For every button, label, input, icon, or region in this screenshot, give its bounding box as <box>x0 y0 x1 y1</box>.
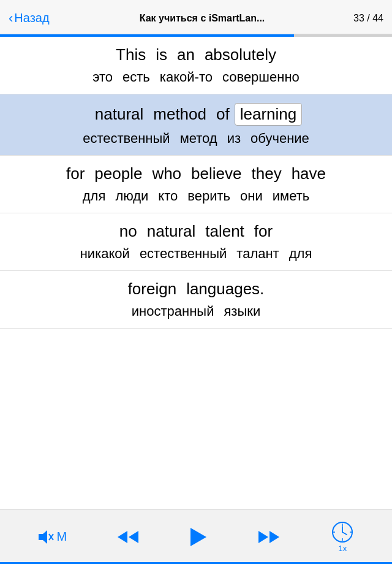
word-ru: верить <box>183 188 235 204</box>
word-ru: совершенно <box>217 69 304 85</box>
word-en[interactable]: have <box>287 164 331 183</box>
word-en[interactable]: of <box>211 105 235 124</box>
rewind-icon <box>116 528 140 546</box>
volume-button[interactable]: М <box>37 528 67 546</box>
word-ru: для <box>284 246 317 262</box>
volume-icon <box>37 528 56 546</box>
word-ru: из <box>222 131 246 147</box>
word-ru: языки <box>219 303 265 319</box>
word-en[interactable]: natural <box>142 222 201 241</box>
word-ru: обучение <box>246 131 314 147</box>
word-en[interactable]: This <box>111 45 151 64</box>
page-counter: 33 / 44 <box>347 13 383 24</box>
back-button[interactable]: ‹ Назад <box>9 10 58 26</box>
word-ru: иностранный <box>127 303 219 319</box>
russian-row-2: естественный метод из обучение <box>0 128 392 155</box>
sentence-block-4: no natural talent for никакой естественн… <box>0 213 392 271</box>
word-en[interactable]: for <box>61 164 89 183</box>
forward-icon <box>257 528 281 546</box>
word-ru: никакой <box>75 246 135 262</box>
sentence-block-5: foreign languages. иностранный языки <box>0 271 392 329</box>
svg-marker-3 <box>118 531 127 543</box>
word-en[interactable]: languages. <box>181 280 269 299</box>
svg-marker-5 <box>190 528 206 546</box>
svg-marker-7 <box>270 531 279 543</box>
word-ru: талант <box>232 246 284 262</box>
word-en[interactable]: for <box>249 222 277 241</box>
word-ru: естественный <box>135 246 232 262</box>
svg-marker-4 <box>129 531 138 543</box>
word-en[interactable]: foreign <box>123 280 182 299</box>
svg-marker-6 <box>258 531 268 543</box>
word-ru: метод <box>175 131 222 147</box>
svg-marker-0 <box>39 530 47 544</box>
word-ru: иметь <box>268 188 314 204</box>
word-en[interactable]: talent <box>200 222 249 241</box>
word-ru: какой-то <box>155 69 217 85</box>
word-en[interactable]: people <box>89 164 147 183</box>
word-en[interactable]: is <box>151 45 172 64</box>
rewind-button[interactable] <box>116 528 140 546</box>
english-row-1: This is an absolutely <box>0 37 392 67</box>
word-ru: естественный <box>78 131 175 147</box>
word-ru: люди <box>110 188 153 204</box>
word-ru: есть <box>118 69 155 85</box>
word-en[interactable]: natural <box>90 105 149 124</box>
english-row-4: no natural talent for <box>0 213 392 243</box>
word-ru: для <box>78 188 111 204</box>
word-en[interactable]: who <box>147 164 186 183</box>
speed-button[interactable]: 1x <box>330 521 355 552</box>
word-ru: кто <box>153 188 183 204</box>
header-title: Как учиться с iSmartLan... <box>58 13 347 24</box>
bottom-controls: М 1x <box>0 509 392 564</box>
content-area: This is an absolutely это есть какой-то … <box>0 37 392 509</box>
word-en[interactable]: believe <box>186 164 246 183</box>
speed-icon <box>330 521 355 543</box>
russian-row-3: для люди кто верить они иметь <box>0 186 392 213</box>
english-row-3: for people who believe they have <box>0 156 392 186</box>
word-en[interactable]: they <box>246 164 286 183</box>
word-ru: они <box>235 188 268 204</box>
play-button[interactable] <box>189 527 208 547</box>
chevron-left-icon: ‹ <box>9 10 13 26</box>
word-en-highlighted[interactable]: learning <box>235 103 303 126</box>
word-ru: это <box>88 69 118 85</box>
english-row-2: natural method of learning <box>0 94 392 128</box>
word-en[interactable]: an <box>172 45 200 64</box>
sentence-block-3: for people who believe they have для люд… <box>0 156 392 213</box>
russian-row-1: это есть какой-то совершенно <box>0 67 392 94</box>
word-en[interactable]: absolutely <box>200 45 281 64</box>
svg-line-14 <box>342 532 347 535</box>
sentence-block-2: natural method of learning естественный … <box>0 94 392 156</box>
russian-row-4: никакой естественный талант для <box>0 243 392 270</box>
back-label: Назад <box>14 11 49 25</box>
volume-label: М <box>57 530 67 544</box>
english-row-5: foreign languages. <box>0 271 392 301</box>
speed-label: 1x <box>339 544 347 552</box>
app-header: ‹ Назад Как учиться с iSmartLan... 33 / … <box>0 0 392 34</box>
word-en[interactable]: no <box>115 222 142 241</box>
russian-row-5: иностранный языки <box>0 301 392 328</box>
word-en[interactable]: method <box>148 105 211 124</box>
play-icon <box>189 527 208 547</box>
forward-button[interactable] <box>257 528 281 546</box>
sentence-block-1: This is an absolutely это есть какой-то … <box>0 37 392 94</box>
